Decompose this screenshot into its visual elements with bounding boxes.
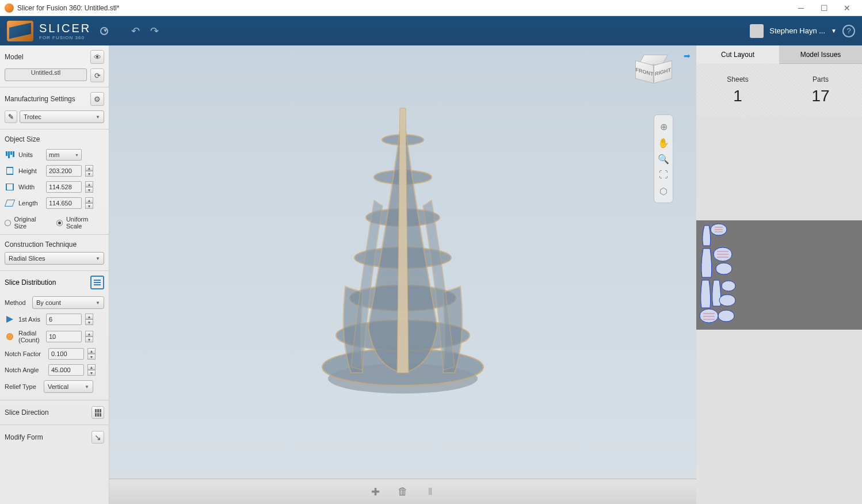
- relief-type-dropdown[interactable]: Vertical: [44, 380, 93, 393]
- notch-angle-input[interactable]: 45.000: [48, 364, 84, 376]
- notch-factor-down[interactable]: ▼: [87, 354, 96, 360]
- axis1-up[interactable]: ▲: [85, 314, 93, 319]
- original-size-label: Original Size: [14, 216, 49, 230]
- modify-form-icon: ↘: [91, 431, 104, 444]
- axis-1-input[interactable]: 6: [46, 314, 82, 325]
- visibility-toggle-button[interactable]: 👁: [90, 50, 104, 64]
- sliders-tool[interactable]: ⦀: [422, 483, 439, 501]
- height-label: Height: [18, 167, 43, 174]
- app-icon: [5, 3, 14, 13]
- zoom-tool[interactable]: 🔍: [654, 151, 673, 167]
- close-button[interactable]: ✕: [841, 2, 853, 14]
- notch-factor-input[interactable]: 0.100: [48, 348, 84, 360]
- parts-value: 17: [779, 87, 862, 105]
- original-size-radio[interactable]: [5, 220, 11, 226]
- width-up[interactable]: ▲: [85, 181, 93, 187]
- redo-button[interactable]: ↷: [150, 25, 159, 37]
- radial-label: Radial (Count): [18, 330, 43, 343]
- stats-bar: Sheets 1 Parts 17: [696, 64, 862, 117]
- app-menu-dropdown[interactable]: [100, 27, 108, 35]
- model-section-label: Model: [5, 53, 24, 61]
- view-cube-right[interactable]: RIGHT: [654, 60, 672, 84]
- logo-icon: [7, 21, 33, 41]
- viewport-bottom-toolbar: ✚ 🗑 ⦀: [109, 479, 696, 504]
- user-menu-dropdown[interactable]: ▼: [831, 28, 837, 34]
- radial-input[interactable]: 10: [46, 331, 82, 342]
- model-file-field[interactable]: Untitled.stl: [5, 68, 87, 81]
- slice-distribution-label: Slice Distribution: [5, 278, 56, 287]
- svg-point-12: [719, 295, 735, 306]
- modify-form-label: Modify Form: [5, 433, 43, 441]
- radial-up[interactable]: ▲: [85, 331, 93, 337]
- width-icon: [6, 184, 14, 190]
- sheets-value: 1: [696, 87, 779, 105]
- width-input[interactable]: 114.528: [46, 181, 82, 193]
- user-avatar[interactable]: [750, 24, 764, 38]
- pan-tool[interactable]: ✋: [654, 135, 673, 151]
- logo-text-sub: FOR FUSION 360: [39, 35, 91, 40]
- units-dropdown[interactable]: mm: [46, 149, 82, 161]
- orbit-tool[interactable]: ⊕: [654, 119, 673, 135]
- reload-button[interactable]: ⟳: [90, 68, 104, 82]
- length-up[interactable]: ▲: [85, 197, 93, 203]
- method-label: Method: [5, 299, 29, 306]
- fit-tool[interactable]: ⛶: [654, 167, 673, 183]
- uniform-scale-radio[interactable]: [56, 220, 63, 226]
- notch-factor-up[interactable]: ▲: [87, 348, 96, 354]
- height-input[interactable]: 203.200: [46, 165, 82, 177]
- height-down[interactable]: ▼: [85, 171, 93, 177]
- tab-cut-layout[interactable]: Cut Layout: [696, 45, 779, 64]
- model-3d-preview: [311, 85, 495, 407]
- svg-point-13: [700, 309, 718, 323]
- axis1-down[interactable]: ▼: [85, 319, 93, 325]
- minimize-button[interactable]: ─: [795, 2, 807, 14]
- delete-tool[interactable]: 🗑: [394, 483, 411, 501]
- add-tool[interactable]: ✚: [367, 483, 384, 501]
- notch-factor-label: Notch Factor: [5, 350, 45, 357]
- maximize-button[interactable]: ☐: [818, 2, 830, 14]
- slice-distribution-mode-button[interactable]: [90, 276, 104, 289]
- manufacturing-preset-dropdown[interactable]: Trotec: [20, 110, 104, 123]
- undo-button[interactable]: ↶: [131, 25, 140, 37]
- help-button[interactable]: ?: [842, 25, 855, 37]
- construction-technique-dropdown[interactable]: Radial Slices: [5, 252, 104, 265]
- uniform-scale-label: Uniform Scale: [66, 216, 104, 230]
- height-icon: [6, 167, 13, 175]
- display-settings-tool[interactable]: ⬡: [654, 183, 673, 199]
- tab-model-issues[interactable]: Model Issues: [779, 45, 862, 64]
- length-down[interactable]: ▼: [85, 203, 93, 209]
- viewport[interactable]: ➡ FRONT RIGHT ⊕ ✋ 🔍 ⛶ ⬡: [109, 45, 696, 504]
- width-down[interactable]: ▼: [85, 187, 93, 193]
- slice-direction-section[interactable]: Slice Direction: [0, 400, 109, 425]
- relief-type-label: Relief Type: [5, 383, 40, 390]
- radial-icon: [6, 333, 13, 340]
- length-icon: [5, 200, 15, 207]
- cut-layout-parts-icon: [699, 223, 739, 326]
- cut-layout-preview[interactable]: [696, 220, 862, 330]
- logo-text-main: SLICER: [39, 22, 91, 35]
- export-icon[interactable]: ➡: [684, 51, 691, 60]
- axis-1-icon: [6, 316, 13, 323]
- axis-1-label: 1st Axis: [18, 316, 43, 323]
- left-sidebar: Model 👁 Untitled.stl ⟳ Manufacturing Set…: [0, 45, 109, 504]
- height-up[interactable]: ▲: [85, 165, 93, 171]
- notch-angle-up[interactable]: ▲: [87, 364, 96, 370]
- svg-point-14: [718, 310, 734, 322]
- window-titlebar: Slicer for Fusion 360: Untitled.stl* ─ ☐…: [0, 0, 862, 16]
- app-header: SLICER FOR FUSION 360 ↶ ↷ Stephen Hayn .…: [0, 16, 862, 45]
- view-cube[interactable]: FRONT RIGHT: [635, 55, 673, 87]
- edit-settings-button[interactable]: ✎: [5, 110, 17, 123]
- object-size-label: Object Size: [0, 129, 109, 147]
- units-icon: [6, 151, 14, 158]
- parts-label: Parts: [779, 75, 862, 83]
- modify-form-section[interactable]: Modify Form ↘: [0, 425, 109, 449]
- notch-angle-down[interactable]: ▼: [87, 370, 96, 376]
- logo: SLICER FOR FUSION 360: [7, 21, 108, 41]
- radial-down[interactable]: ▼: [85, 337, 93, 342]
- units-label: Units: [18, 151, 43, 158]
- method-dropdown[interactable]: By count: [32, 296, 104, 309]
- settings-gear-button[interactable]: ⚙: [90, 92, 104, 106]
- slice-direction-icon: [91, 406, 104, 419]
- length-input[interactable]: 114.650: [46, 197, 82, 209]
- manufacturing-settings-label: Manufacturing Settings: [5, 95, 75, 103]
